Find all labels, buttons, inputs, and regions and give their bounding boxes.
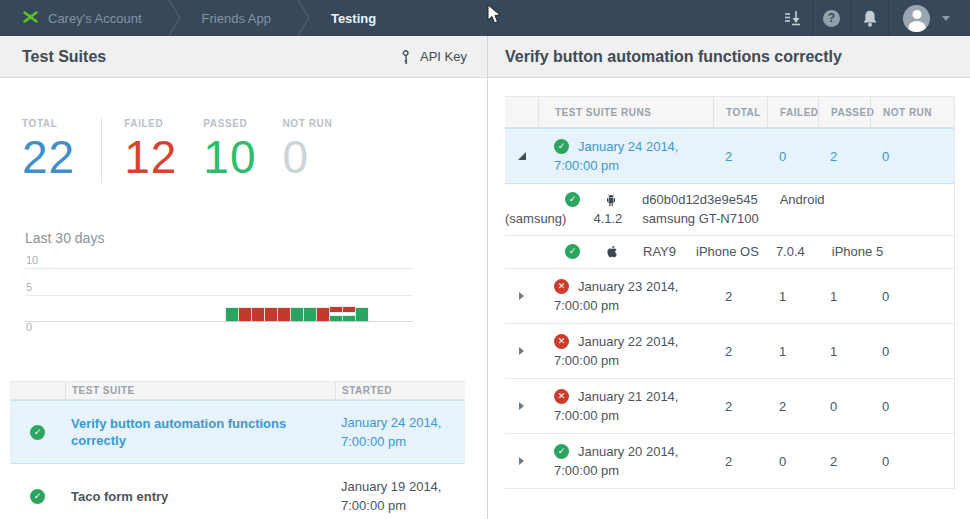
test-suites-panel: Test Suites API Key TOTAL 22 [0,36,488,519]
stat-not-run: NOT RUN 0 [283,118,333,183]
run-row[interactable]: January 22 2014, 7:00:00 pm 2 1 1 0 [505,324,954,379]
chart-title: Last 30 days [25,230,104,246]
device-model: iPhone 5 [832,242,883,261]
expand-caret-icon[interactable] [519,292,524,300]
col-test-suite: TEST SUITE [65,382,335,399]
device-result-row[interactable]: RAY9 iPhone OS 7.0.4 iPhone 5 [505,236,954,268]
col-not-run: NOT RUN [870,97,955,127]
device-vendor: (samsung) [505,209,566,228]
breadcrumb-account[interactable]: Carey's Account [0,0,168,36]
day-result-square [278,308,290,321]
col-failed: FAILED [767,97,818,127]
device-id: RAY9 [643,242,676,261]
day-result-square [252,308,264,321]
suite-detail-title: Verify button automation functions corre… [505,48,842,66]
left-panel-header: Test Suites API Key [0,36,487,78]
stat-failed: FAILED 12 [124,118,177,183]
device-result-row[interactable]: d60b0d12d3e9e545 Android (samsung) 4.1.2… [505,184,954,236]
run-failed: 0 [767,149,818,164]
download-icon [784,10,802,26]
chart-squares [226,307,368,321]
summary-stats: TOTAL 22 FAILED 12 PASSED 10 NOT RUN 0 [22,118,358,183]
status-passed-icon [565,244,580,259]
day-result-square [343,307,355,321]
run-date-link[interactable]: January 24 2014, [578,137,678,156]
day-result-square [265,308,277,321]
status-passed-icon [565,192,580,207]
device-os: iPhone OS [696,242,759,261]
right-panel-header: Verify button automation functions corre… [488,36,970,78]
run-not-run: 0 [870,149,955,164]
gridline-10 [25,268,413,269]
stat-failed-value: 12 [124,131,177,183]
status-failed-icon [554,279,569,294]
help-button[interactable]: ? [812,0,850,36]
gridline-0 [25,321,413,322]
col-started: STARTED [335,382,465,399]
run-row[interactable]: January 21 2014, 7:00:00 pm 2 2 0 0 [505,379,954,434]
run-total: 2 [713,149,767,164]
device-os: Android [780,190,825,209]
account-menu[interactable] [888,0,970,36]
status-passed-icon [554,444,569,459]
expand-caret-icon[interactable] [519,347,524,355]
day-result-square [330,307,342,321]
table-row[interactable]: Verify button automation functions corre… [10,400,465,464]
suite-detail-panel: Verify button automation functions corre… [488,36,970,519]
navbar-spacer [402,0,774,36]
run-passed: 2 [818,149,870,164]
status-failed-icon [554,389,569,404]
apple-icon [605,244,618,259]
help-icon: ? [823,10,840,27]
breadcrumb-account-label: Carey's Account [48,11,142,26]
breadcrumb-chevron-icon [168,0,182,36]
app-logo-icon [22,10,39,27]
expand-caret-icon[interactable] [519,402,524,410]
stat-passed-value: 10 [203,131,256,183]
gridline-5 [25,295,413,296]
chevron-down-icon [942,16,950,21]
breadcrumb-app[interactable]: Friends App [182,0,297,36]
run-row[interactable]: January 24 2014, 7:00:00 pm 2 0 2 0 [505,128,954,184]
suite-started: January 19 2014, 7:00:00 pm [335,477,465,515]
collapse-caret-icon[interactable] [518,152,526,160]
stat-total: TOTAL 22 [22,118,75,183]
page-title: Test Suites [22,48,106,66]
stat-divider [101,118,102,183]
breadcrumb-app-label: Friends App [202,11,271,26]
test-suites-table: TEST SUITE STARTED Verify button automat… [10,381,465,519]
run-row[interactable]: January 20 2014, 7:00:00 pm 2 0 2 0 [505,434,954,489]
suite-name-link[interactable]: Verify button automation functions corre… [65,415,335,449]
navbar-actions: ? [774,0,970,36]
table-header: TEST SUITE STARTED [10,381,465,400]
api-key-button[interactable]: API Key [399,49,467,64]
day-result-square [239,308,251,321]
run-device-results: d60b0d12d3e9e545 Android (samsung) 4.1.2… [505,184,954,269]
download-button[interactable] [774,0,812,36]
status-failed-icon [554,334,569,349]
col-test-suite-runs: TEST SUITE RUNS [538,97,713,127]
breadcrumb-testing[interactable]: Testing [311,0,402,36]
notifications-button[interactable] [850,0,888,36]
device-id: d60b0d12d3e9e545 [642,190,758,209]
stat-passed: PASSED 10 [203,118,256,183]
suite-name-link[interactable]: Taco form entry [65,488,335,505]
status-passed-icon [554,139,569,154]
col-passed: PASSED [818,97,870,127]
suite-started: January 24 2014, 7:00:00 pm [335,413,465,451]
last-30-days-chart: 10 5 0 [25,264,413,326]
run-time: 7:00:00 pm [554,156,713,175]
avatar [903,5,930,32]
top-navbar: Carey's Account Friends App Testing ? [0,0,970,36]
table-row[interactable]: Taco form entry January 19 2014, 7:00:00… [10,464,465,519]
day-result-square [226,308,238,321]
breadcrumb: Carey's Account Friends App Testing [0,0,402,36]
status-passed-icon [30,425,45,440]
status-passed-icon [30,489,45,504]
run-row[interactable]: January 23 2014, 7:00:00 pm 2 1 1 0 [505,269,954,324]
day-result-square [291,308,303,321]
expand-caret-icon[interactable] [519,457,524,465]
bell-icon [862,10,878,27]
device-model: samsung GT-N7100 [642,209,758,228]
day-result-square [304,308,316,321]
